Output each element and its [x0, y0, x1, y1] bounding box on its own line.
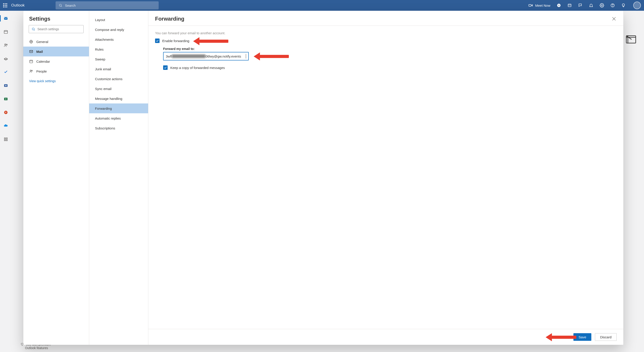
svg-rect-25	[626, 36, 636, 43]
svg-text:W: W	[5, 84, 7, 87]
teams-icon[interactable]	[567, 3, 572, 7]
svg-point-7	[602, 5, 602, 6]
rail-files[interactable]	[0, 55, 12, 63]
sub-compose[interactable]: Compose and reply	[89, 25, 148, 34]
rail-calendar[interactable]	[0, 28, 12, 36]
top-actions: Meet Now S	[528, 1, 641, 9]
close-dialog-button[interactable]	[611, 16, 617, 21]
svg-rect-11	[4, 30, 8, 33]
sub-customize[interactable]: Customize actions	[89, 74, 148, 84]
svg-rect-5	[568, 4, 571, 7]
settings-icon[interactable]	[600, 3, 604, 7]
mail-icon	[29, 49, 33, 53]
svg-rect-2	[529, 4, 531, 6]
sub-rules[interactable]: Rules	[89, 44, 148, 54]
app-brand: Outlook	[11, 3, 25, 7]
forward-to-label: Forward my email to:	[163, 47, 617, 51]
rail-todo[interactable]	[0, 68, 12, 76]
annotation-arrow	[546, 333, 576, 341]
dialog-title: Settings	[23, 16, 89, 25]
feedback-icon[interactable]	[578, 3, 582, 7]
category-general[interactable]: General	[23, 37, 89, 46]
settings-categories: Settings Search settings General Mail Ca…	[23, 11, 89, 345]
sub-attachments[interactable]: Attachments	[89, 34, 148, 44]
text-caret	[246, 54, 246, 58]
settings-panel: Forwarding You can forward your email to…	[148, 11, 624, 345]
close-icon	[611, 16, 617, 21]
gear-icon	[29, 40, 33, 44]
save-button[interactable]: Save	[574, 333, 591, 341]
tips-icon[interactable]	[621, 3, 626, 7]
rail-word[interactable]: W	[0, 81, 12, 90]
enable-forwarding-label: Enable forwarding	[162, 39, 189, 43]
svg-rect-24	[6, 140, 8, 141]
svg-point-26	[32, 28, 34, 30]
keep-copy-checkbox[interactable]	[163, 65, 168, 70]
rail-excel[interactable]: X	[0, 95, 12, 103]
keep-copy-label: Keep a copy of forwarded messages	[170, 66, 225, 70]
svg-point-34	[30, 70, 31, 71]
svg-rect-30	[30, 60, 33, 63]
sub-forwarding[interactable]: Forwarding	[89, 103, 148, 113]
check-icon	[156, 39, 159, 42]
rail-onedrive[interactable]	[0, 122, 12, 130]
svg-point-28	[31, 41, 32, 42]
svg-rect-23	[4, 140, 6, 141]
sub-subscriptions[interactable]: Subscriptions	[89, 123, 148, 133]
category-calendar[interactable]: Calendar	[23, 56, 89, 66]
settings-dialog: Settings Search settings General Mail Ca…	[23, 11, 624, 345]
svg-point-0	[60, 4, 62, 6]
sub-msg-handling[interactable]: Message handling	[89, 94, 148, 103]
calendar-icon	[29, 59, 33, 63]
discard-button[interactable]: Discard	[595, 333, 617, 341]
category-mail[interactable]: Mail	[23, 46, 89, 56]
app-topbar: Outlook Meet Now S	[0, 0, 644, 11]
rail-mail[interactable]	[0, 14, 12, 22]
settings-search[interactable]: Search settings	[29, 25, 84, 33]
rail-people[interactable]	[0, 41, 12, 49]
annotation-arrow	[254, 52, 289, 60]
global-search[interactable]	[56, 1, 159, 9]
global-search-input[interactable]	[64, 3, 156, 7]
meet-now-button[interactable]: Meet Now	[528, 3, 550, 7]
sub-sync[interactable]: Sync email	[89, 84, 148, 94]
search-icon	[32, 27, 35, 31]
svg-rect-22	[6, 138, 8, 139]
sub-layout[interactable]: Layout	[89, 15, 148, 25]
sub-sweep[interactable]: Sweep	[89, 54, 148, 64]
svg-point-13	[5, 44, 6, 45]
panel-description: You can forward your email to another ac…	[155, 31, 617, 35]
redacted-segment	[172, 54, 206, 58]
svg-text:X: X	[5, 98, 6, 100]
rail-powerpoint[interactable]: P	[0, 108, 12, 116]
svg-text:S: S	[558, 4, 560, 6]
svg-line-27	[34, 30, 35, 30]
svg-point-35	[32, 70, 33, 71]
account-avatar[interactable]	[633, 1, 641, 9]
notifications-icon[interactable]	[589, 3, 593, 7]
rail-more-apps[interactable]	[0, 135, 12, 143]
skype-icon[interactable]: S	[556, 3, 561, 7]
enable-forwarding-checkbox[interactable]	[155, 38, 160, 43]
annotation-arrow	[193, 37, 228, 45]
check-icon	[164, 66, 167, 69]
app-launcher-icon[interactable]	[3, 3, 7, 7]
help-icon[interactable]	[610, 3, 615, 7]
search-icon	[59, 3, 62, 7]
category-people[interactable]: People	[23, 66, 89, 76]
forward-email-input[interactable]: 3wfl 06lwy@gw.notify.events	[163, 52, 249, 60]
svg-point-14	[6, 44, 8, 45]
svg-text:P: P	[5, 111, 6, 113]
panel-title: Forwarding	[155, 16, 184, 22]
video-icon	[528, 3, 533, 7]
svg-line-1	[61, 6, 62, 7]
svg-rect-21	[4, 138, 6, 139]
left-rail: W X P	[0, 11, 12, 352]
people-icon	[29, 69, 33, 73]
sub-auto-replies[interactable]: Automatic replies	[89, 113, 148, 123]
settings-subcategories: Layout Compose and reply Attachments Rul…	[89, 11, 148, 345]
sub-junk[interactable]: Junk email	[89, 64, 148, 74]
view-quick-settings-link[interactable]: View quick settings	[23, 76, 89, 86]
svg-point-9	[612, 6, 613, 6]
